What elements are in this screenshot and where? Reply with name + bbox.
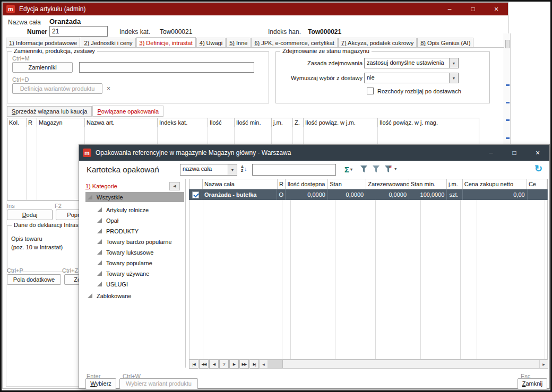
col-zarezerwowano[interactable]: Zarezerwowano (366, 179, 409, 189)
grid-row-oranzada-butelka[interactable]: Oranżada - butelka O 0,0000 0,0000 0,000… (189, 189, 548, 200)
tab-opis-genius[interactable]: 8) Opis Genius (AI) (417, 38, 473, 48)
wybierz-wariant-button[interactable]: Wybierz wariant produktu (119, 378, 198, 389)
scrollbar-thumb[interactable] (268, 360, 283, 368)
subtab-sprzedaz-wiazana[interactable]: Sprzedaż wiązana lub kaucja (7, 106, 92, 117)
nav-first-icon[interactable]: |◀ (189, 360, 199, 369)
nav-prev-page-icon[interactable]: ◀◀ (199, 360, 209, 369)
nav-help-icon[interactable]: ? (219, 360, 229, 369)
minimize-icon[interactable]: – (479, 145, 503, 161)
index-kat-label: Indeks kat. (119, 28, 150, 36)
minimize-icon[interactable]: – (438, 3, 461, 15)
wymuszaj-wybor-select[interactable]: nie ▼ (364, 73, 459, 83)
row-checkbox[interactable] (192, 191, 199, 198)
filter-remove-icon[interactable]: × ▾ (385, 165, 396, 172)
variant-clear-icon[interactable]: × (107, 85, 110, 92)
chevron-down-icon[interactable]: ▼ (449, 73, 458, 83)
search-input[interactable] (252, 164, 336, 176)
col-cena-zakupu-netto[interactable]: Cena zakupu netto (463, 179, 527, 189)
tab-definicje-intrastat[interactable]: 3) Definicje, intrastat (136, 37, 196, 48)
scrollbar-track[interactable] (283, 360, 539, 368)
number-input[interactable] (49, 26, 108, 37)
col-indeks-kat[interactable]: Indeks kat. (158, 118, 208, 127)
maximize-icon[interactable]: □ (503, 145, 526, 161)
tree-item-uslugi[interactable]: USŁUGI (95, 279, 130, 289)
col-ilosc-min[interactable]: Ilość min. (235, 118, 272, 127)
col-nazwa-art[interactable]: Nazwa art. (85, 118, 158, 127)
col-magazyn[interactable]: Magazyn (37, 118, 85, 127)
categories-tab-label: 1) Kategorie (85, 183, 117, 189)
col-ilosc-powiaz-jmag[interactable]: Ilość powiąz. w j. mag. (378, 118, 479, 127)
tree-item-towary-popularne[interactable]: Towary popularne (95, 258, 154, 268)
refresh-icon[interactable]: ↻ (534, 163, 542, 175)
shortcut-ctrl-d: Ctrl+D (12, 76, 29, 83)
nav-prev-icon[interactable]: ◀ (209, 360, 219, 369)
col-z[interactable]: Z. (293, 118, 304, 127)
main-titlebar[interactable]: m Edycja artykułu (admin) – □ × (3, 3, 508, 15)
filter-custom-icon[interactable] (360, 165, 367, 172)
tree-item-produkty[interactable]: PRODUKTY (95, 226, 141, 236)
scrollbar-thumb[interactable] (505, 40, 510, 48)
chevron-down-icon[interactable]: ▼ (449, 58, 458, 68)
tab-akcyza[interactable]: 7) Akcyza, podatek cukrowy (338, 38, 417, 48)
col-stan[interactable]: Stan (328, 179, 366, 189)
scroll-right-icon[interactable]: ▶ (539, 360, 548, 368)
tree-item-wszystkie[interactable]: Wszystkie (85, 192, 184, 202)
col-kol[interactable]: Kol. (7, 118, 27, 127)
annotation-mark (506, 102, 510, 103)
close-icon[interactable]: × (485, 3, 508, 15)
tree-item-artykuly-rolnicze[interactable]: Artykuly rolnicze (95, 205, 151, 215)
pola-dodatkowe-button[interactable]: Pola dodatkowe (7, 274, 61, 285)
zamknij-button[interactable]: Zamknij (518, 378, 547, 389)
cell-zarezerwowano: 0,0000 (366, 189, 409, 200)
wybierz-button[interactable]: Wybierz (85, 378, 116, 389)
collapse-panel-icon[interactable]: ◀ (169, 182, 180, 190)
zasada-zdejmowania-select[interactable]: zastosuj domyślne ustawienia ▼ (364, 58, 459, 68)
nav-last-icon[interactable]: ▶| (249, 360, 259, 369)
tree-item-towary-bardzo-popularne[interactable]: Towary bardzo popularne (95, 237, 174, 247)
col-select[interactable] (189, 179, 203, 189)
filter-icon[interactable] (373, 165, 380, 172)
tab-uwagi[interactable]: 4) Uwagi (196, 38, 226, 48)
close-icon[interactable]: × (526, 145, 549, 161)
col-ilosc-dostepna[interactable]: Ilość dostępna (286, 179, 328, 189)
col-r[interactable]: R (27, 118, 37, 127)
category-icon (88, 195, 92, 199)
tab-inne[interactable]: 5) Inne (226, 38, 251, 48)
nav-next-icon[interactable]: ▶ (229, 360, 239, 369)
zamienniki-input[interactable] (79, 62, 254, 73)
scroll-left-icon[interactable]: ◀ (260, 360, 268, 368)
sum-icon[interactable]: Σ ▾ (344, 165, 352, 174)
col-ilosc[interactable]: Ilość (208, 118, 235, 127)
sort-az-icon[interactable]: AZ ↓ (241, 165, 247, 172)
subtab-powiazane-opakowania[interactable]: Powiązane opakowania (92, 106, 163, 117)
rozchody-checkbox[interactable] (367, 88, 374, 94)
nav-next-page-icon[interactable]: ▶▶ (239, 360, 249, 369)
col-nazwa-cala[interactable]: Nazwa cała (203, 179, 278, 189)
modal-heading: Kartoteka opakowań (87, 165, 159, 174)
tree-item-opal[interactable]: Opał (95, 215, 120, 225)
horizontal-scrollbar[interactable]: ◀ ▶ (259, 360, 548, 369)
maximize-icon[interactable]: □ (461, 3, 485, 15)
annotation-mark (506, 84, 510, 86)
tree-item-zablokowane[interactable]: Zablokowane (85, 291, 133, 301)
tab-informacje-podstawowe[interactable]: 1) Informacje podstawowe (6, 38, 80, 48)
tree-item-towary-uzywane[interactable]: Towary używane (95, 268, 151, 278)
chevron-down-icon[interactable]: ▼ (228, 164, 237, 175)
col-jm[interactable]: j.m. (447, 179, 463, 189)
dodaj-button[interactable]: Dodaj (7, 210, 53, 220)
name-label: Nazwa cała (8, 19, 41, 26)
tab-jpk-ecommerce[interactable]: 6) JPK, e-commerce, certyfikat (251, 38, 337, 48)
col-ilosc-powiaz-jm[interactable]: Ilość powiąz. w j.m. (304, 118, 378, 127)
col-r[interactable]: R (278, 179, 286, 189)
col-cena-clipped[interactable]: Ce (527, 179, 547, 189)
col-jm[interactable]: j.m. (272, 118, 293, 127)
tab-jednostki-i-ceny[interactable]: 2) Jednostki i ceny (81, 38, 135, 48)
grid-body[interactable] (189, 200, 548, 359)
definicja-wariantow-button[interactable]: Definicja wariantów produktu (12, 83, 102, 94)
tree-item-towary-luksusowe[interactable]: Towary luksusowe (95, 247, 156, 257)
modal-titlebar[interactable]: m Opakowania referencyjne w magazynie Ma… (79, 145, 549, 161)
field-selector[interactable]: nazwa cała ▼ (180, 164, 237, 176)
zamienniki-button[interactable]: Zamienniki (12, 62, 73, 73)
col-stan-min[interactable]: Stan min. (409, 179, 447, 189)
categories-tab[interactable]: 1) Kategorie (85, 183, 117, 189)
